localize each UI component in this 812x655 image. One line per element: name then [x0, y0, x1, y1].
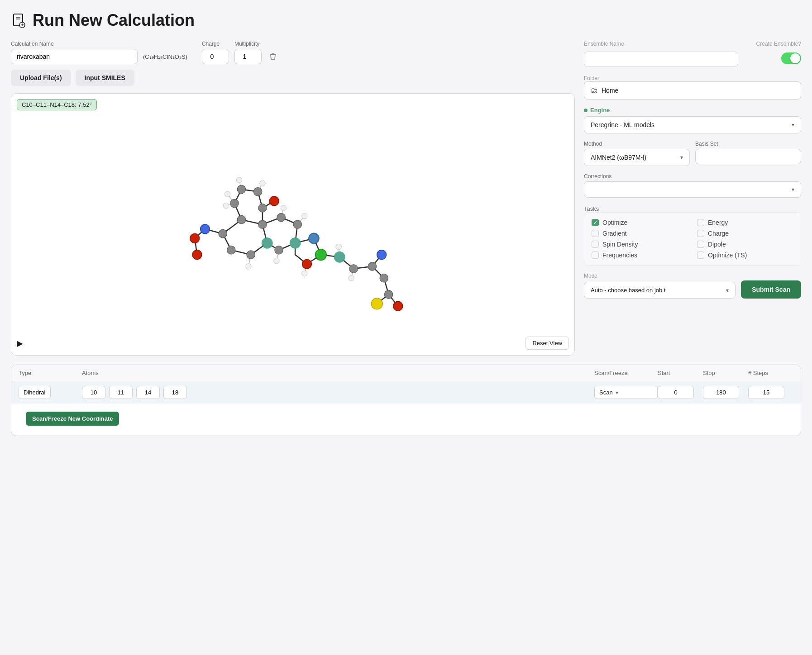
- task-spin-density-label: Spin Density: [602, 241, 638, 248]
- play-button[interactable]: ▶: [17, 338, 23, 348]
- folder-row[interactable]: 🗂 Home: [584, 81, 801, 100]
- folder-group: Folder 🗂 Home: [584, 74, 801, 100]
- upload-button[interactable]: Upload File(s): [11, 70, 71, 86]
- formula-text: (C₁₉H₁₈ClN₃O₅S): [143, 53, 187, 60]
- table-header: Type Atoms Scan/Freeze Start Stop # Step…: [11, 365, 801, 381]
- atom-c11-highlight: [290, 238, 301, 248]
- svg-point-61: [237, 185, 246, 194]
- checkbox-spin-density[interactable]: [592, 241, 599, 248]
- task-frequencies-label: Frequencies: [602, 252, 637, 259]
- viewer-container: C10–C11–N14–C18: 7.52°: [11, 93, 575, 356]
- task-frequencies: Frequencies: [592, 252, 688, 259]
- multiplicity-input[interactable]: [234, 49, 262, 64]
- svg-point-66: [368, 262, 377, 271]
- atom1-input[interactable]: [82, 386, 105, 399]
- corrections-select[interactable]: ▾: [584, 181, 801, 198]
- stop-input[interactable]: [703, 386, 739, 399]
- checkbox-optimize[interactable]: [592, 219, 599, 226]
- atom-o4: [302, 259, 312, 269]
- svg-point-72: [260, 180, 265, 186]
- molecule-viewer[interactable]: [11, 94, 574, 355]
- corrections-label: Corrections: [584, 173, 801, 180]
- dihedral-badge: C10–C11–N14–C18: 7.52°: [17, 99, 97, 110]
- type-cell: Dihedral Bond Angle: [19, 386, 82, 399]
- scan-freeze-cell: Scan ▾: [594, 386, 658, 399]
- svg-point-65: [349, 265, 358, 273]
- svg-point-76: [274, 258, 279, 263]
- page-header: Run New Calculation: [11, 11, 801, 30]
- mode-select[interactable]: Auto - choose based on job t ▾: [584, 282, 736, 299]
- task-dipole-label: Dipole: [708, 241, 726, 248]
- smiles-button[interactable]: Input SMILES: [76, 70, 134, 86]
- engine-group: Engine Peregrine - ML models ▾: [584, 107, 801, 133]
- engine-select[interactable]: Peregrine - ML models ▾: [584, 116, 801, 133]
- create-ensemble-label: Create Ensemble?: [756, 41, 801, 47]
- atom-n3: [377, 250, 387, 260]
- reset-view-button[interactable]: Reset View: [525, 337, 569, 350]
- checkbox-charge[interactable]: [697, 230, 704, 237]
- atom-c18-highlight: [334, 252, 345, 262]
- charge-group: Charge: [202, 41, 229, 64]
- svg-point-54: [247, 251, 255, 259]
- mode-group: Mode Auto - choose based on job t ▾: [584, 273, 736, 299]
- atom-o1: [190, 234, 200, 243]
- svg-point-67: [380, 274, 388, 282]
- task-optimize-ts: Optimize (TS): [697, 252, 793, 259]
- mode-chevron: ▾: [726, 287, 729, 294]
- delete-button[interactable]: [267, 51, 279, 62]
- steps-input[interactable]: [748, 386, 784, 399]
- ensemble-name-input[interactable]: [584, 52, 738, 67]
- col-type: Type: [19, 370, 82, 376]
- task-dipole: Dipole: [697, 241, 793, 248]
- basis-set-group: Basis Set: [695, 141, 801, 166]
- page-icon: [11, 12, 27, 28]
- engine-dot: [584, 109, 588, 112]
- svg-point-50: [219, 229, 227, 238]
- col-stop: Stop: [703, 370, 748, 376]
- type-select[interactable]: Dihedral Bond Angle: [19, 386, 51, 399]
- calc-name-row: Calculation Name (C₁₉H₁₈ClN₃O₅S) Charge …: [11, 41, 575, 64]
- svg-point-60: [230, 199, 239, 208]
- method-select[interactable]: AIMNet2 (ωB97M-l) ▾: [584, 149, 690, 166]
- svg-point-70: [223, 203, 229, 209]
- svg-point-68: [384, 290, 393, 299]
- checkbox-frequencies[interactable]: [592, 252, 599, 259]
- task-gradient: Gradient: [592, 230, 688, 237]
- svg-point-63: [258, 204, 267, 213]
- task-energy-label: Energy: [708, 219, 728, 226]
- method-value: AIMNet2 (ωB97M-l): [591, 154, 646, 161]
- submit-scan-button[interactable]: Submit Scan: [741, 280, 801, 299]
- ensemble-name-group: Ensemble Name: [584, 41, 738, 67]
- checkbox-energy[interactable]: [697, 219, 704, 226]
- calc-name-input[interactable]: [11, 49, 138, 64]
- add-coord-button[interactable]: Scan/Freeze New Coordinate: [26, 412, 119, 426]
- atom-n14-highlight: [309, 233, 319, 244]
- task-optimize: Optimize: [592, 219, 688, 226]
- charge-input[interactable]: [202, 49, 229, 64]
- page-title: Run New Calculation: [33, 11, 195, 30]
- tasks-label: Tasks: [584, 205, 599, 212]
- atom4-input[interactable]: [163, 386, 187, 399]
- col-scan-freeze: Scan/Freeze: [594, 370, 658, 376]
- charge-label: Charge: [202, 41, 229, 47]
- svg-point-75: [246, 264, 251, 269]
- atom2-input[interactable]: [109, 386, 133, 399]
- method-label: Method: [584, 141, 690, 147]
- create-ensemble-toggle[interactable]: [781, 52, 801, 64]
- atom-o5: [393, 301, 403, 311]
- checkbox-gradient[interactable]: [592, 230, 599, 237]
- ensemble-name-label: Ensemble Name: [584, 41, 738, 47]
- atoms-group: [82, 386, 594, 399]
- method-chevron: ▾: [680, 154, 683, 161]
- task-charge: Charge: [697, 230, 793, 237]
- start-input[interactable]: [658, 386, 694, 399]
- atom3-input[interactable]: [136, 386, 160, 399]
- scan-freeze-chevron: ▾: [616, 389, 618, 396]
- checkbox-dipole[interactable]: [697, 241, 704, 248]
- basis-set-input[interactable]: [695, 149, 801, 164]
- engine-chevron: ▾: [792, 122, 794, 128]
- method-group: Method AIMNet2 (ωB97M-l) ▾: [584, 141, 690, 166]
- task-optimize-ts-label: Optimize (TS): [708, 252, 747, 259]
- checkbox-optimize-ts[interactable]: [697, 252, 704, 259]
- scan-freeze-select[interactable]: Scan ▾: [594, 386, 658, 399]
